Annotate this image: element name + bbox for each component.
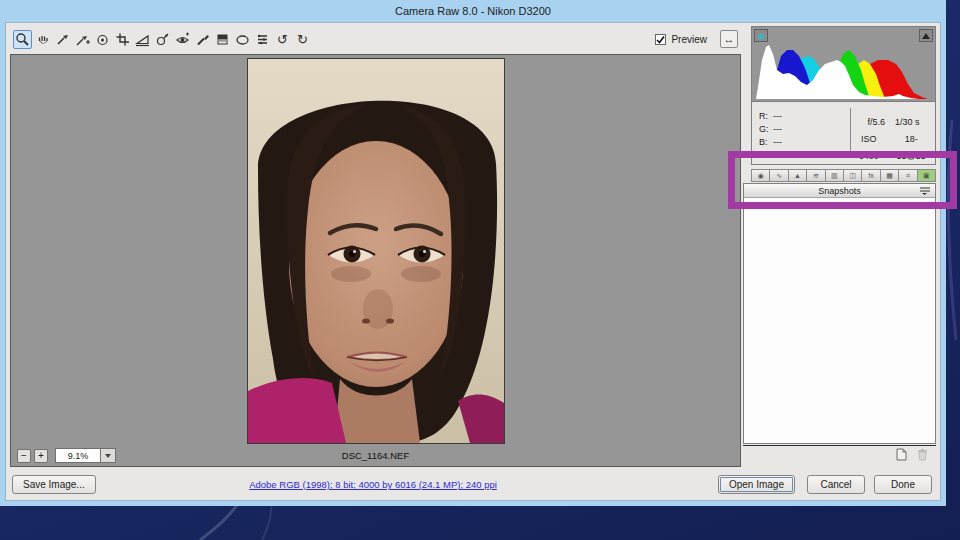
preview-controls: Preview ↔ bbox=[655, 26, 738, 52]
snapshots-footer bbox=[743, 445, 936, 465]
crop-tool-icon[interactable] bbox=[113, 30, 132, 49]
delete-snapshot-icon[interactable] bbox=[917, 447, 928, 465]
workflow-options-link[interactable]: Adobe RGB (1998); 8 bit; 4000 by 6016 (2… bbox=[6, 479, 740, 490]
r-value: --- bbox=[773, 111, 782, 121]
open-image-button[interactable]: Open Image bbox=[718, 475, 795, 494]
spot-removal-tool-icon[interactable] bbox=[153, 30, 172, 49]
rotate-right-icon[interactable]: ↻ bbox=[293, 30, 312, 49]
snapshots-panel: Snapshots bbox=[743, 183, 936, 444]
filename-label: DSC_1164.NEF bbox=[11, 450, 740, 461]
adjustment-brush-tool-icon[interactable] bbox=[193, 30, 212, 49]
preview-label: Preview bbox=[671, 34, 707, 45]
status-strip: − + 9.1% DSC_1164.NEF bbox=[11, 445, 740, 466]
color-sampler-tool-icon[interactable] bbox=[73, 30, 92, 49]
graduated-filter-tool-icon[interactable] bbox=[213, 30, 232, 49]
histogram-info-box: R:--- G:--- B:--- f/5.6 1/30 s ISO 6400 … bbox=[751, 26, 936, 165]
targeted-adjustment-tool-icon[interactable] bbox=[93, 30, 112, 49]
preview-pane[interactable]: − + 9.1% DSC_1164.NEF bbox=[10, 54, 741, 467]
done-button[interactable]: Done bbox=[874, 475, 932, 494]
window-title: Camera Raw 8.0 - Nikon D3200 bbox=[395, 5, 551, 17]
aperture-value: f/5.6 bbox=[867, 114, 885, 131]
preferences-icon[interactable] bbox=[253, 30, 272, 49]
zoom-tool-icon[interactable] bbox=[13, 30, 32, 49]
r-label: R: bbox=[759, 110, 773, 123]
b-label: B: bbox=[759, 136, 773, 149]
rotate-left-icon[interactable]: ↺ bbox=[273, 30, 292, 49]
straighten-tool-icon[interactable] bbox=[133, 30, 152, 49]
b-value: --- bbox=[773, 137, 782, 147]
new-snapshot-icon[interactable] bbox=[896, 447, 907, 465]
snapshots-list[interactable] bbox=[744, 198, 935, 443]
histogram[interactable] bbox=[752, 27, 935, 102]
rgb-readout: R:--- G:--- B:--- bbox=[759, 110, 782, 149]
histogram-plot bbox=[754, 41, 933, 99]
g-label: G: bbox=[759, 123, 773, 136]
dialog-footer: Save Image... Adobe RGB (1998); 8 bit; 4… bbox=[6, 469, 940, 500]
hand-tool-icon[interactable] bbox=[33, 30, 52, 49]
right-panel: R:--- G:--- B:--- f/5.6 1/30 s ISO 6400 … bbox=[743, 26, 936, 467]
window-titlebar[interactable]: Camera Raw 8.0 - Nikon D3200 bbox=[5, 0, 941, 22]
g-value: --- bbox=[773, 124, 782, 134]
camera-raw-dialog: ↺ ↻ Preview ↔ bbox=[5, 22, 941, 501]
photo-preview[interactable] bbox=[247, 58, 505, 444]
radial-filter-tool-icon[interactable] bbox=[233, 30, 252, 49]
preview-checkbox[interactable] bbox=[655, 34, 666, 45]
shutter-value: 1/30 s bbox=[895, 114, 920, 131]
annotation-highlight-rectangle bbox=[728, 151, 957, 209]
white-balance-tool-icon[interactable] bbox=[53, 30, 72, 49]
camera-raw-window: Camera Raw 8.0 - Nikon D3200 bbox=[0, 0, 946, 506]
cancel-button[interactable]: Cancel bbox=[807, 475, 865, 494]
red-eye-tool-icon[interactable] bbox=[173, 30, 192, 49]
fullscreen-toggle-button[interactable]: ↔ bbox=[720, 30, 738, 48]
